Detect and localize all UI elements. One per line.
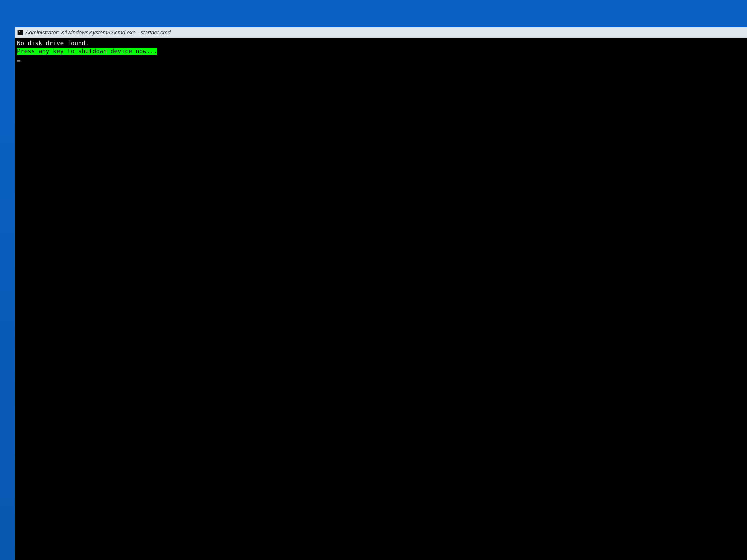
terminal-line-highlight: Press any key to shutdown device now... bbox=[17, 48, 157, 55]
terminal-cursor bbox=[17, 60, 20, 61]
terminal-line: No disk drive found. bbox=[17, 40, 89, 47]
window-title: Administrator: X:\windows\system32\cmd.e… bbox=[25, 29, 171, 36]
cmd-window: Administrator: X:\windows\system32\cmd.e… bbox=[15, 27, 747, 560]
terminal-output[interactable]: No disk drive found. Press any key to sh… bbox=[15, 38, 747, 560]
window-titlebar[interactable]: Administrator: X:\windows\system32\cmd.e… bbox=[15, 27, 747, 38]
desktop-background: Administrator: X:\windows\system32\cmd.e… bbox=[0, 0, 747, 560]
cmd-icon bbox=[18, 30, 23, 35]
